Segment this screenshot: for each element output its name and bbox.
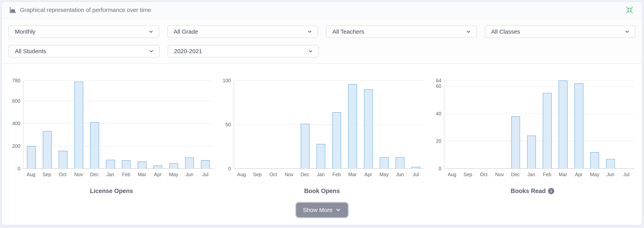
x-axis-label: Oct — [476, 172, 492, 177]
bar-dec — [301, 124, 310, 169]
chart-plot-area: 020406064 — [444, 80, 634, 168]
bar-slot-jun — [392, 157, 408, 169]
bar-slot-may — [166, 163, 182, 168]
x-axis-label: Jul — [618, 172, 634, 177]
x-axis-label: Aug — [444, 172, 460, 177]
x-axis-label: Aug — [23, 172, 39, 177]
chart-title: License Opens — [6, 188, 217, 194]
x-axis-label: Jan — [313, 172, 329, 177]
chart-title-text: License Opens — [90, 188, 133, 194]
chevron-down-icon — [148, 29, 154, 34]
y-axis-tick-label: 64 — [436, 78, 442, 84]
y-axis-tick-label: 20 — [436, 138, 442, 144]
chevron-down-icon — [148, 48, 154, 54]
chart-title: Book Opens — [217, 188, 428, 194]
x-axis-label: Jun — [392, 172, 408, 177]
classes-select[interactable]: All Classes — [485, 26, 636, 38]
bars-row — [444, 80, 634, 168]
students-select[interactable]: All Students — [8, 45, 160, 58]
chart-title-text: Books Read — [511, 188, 546, 194]
bar-feb — [122, 160, 130, 168]
bar-slot-apr — [150, 166, 166, 168]
chart-book-opens: 050100 AugSepOctNovDecJanFebMarAprMayJun… — [217, 80, 428, 194]
x-axis-label: Jan — [523, 172, 539, 177]
performance-panel: Graphical representation of performance … — [2, 2, 642, 225]
x-axis-label: May — [376, 172, 392, 177]
bar-dec — [511, 116, 520, 168]
teachers-select-value: All Teachers — [332, 28, 364, 35]
y-axis-tick-label: 400 — [12, 120, 20, 126]
x-axis-labels: AugSepOctNovDecJanFebMarAprMayJunJul — [444, 172, 634, 177]
chart-plot-area: 050100 — [234, 80, 424, 168]
x-axis-label: Nov — [281, 172, 297, 177]
y-axis-tick-label: 600 — [12, 98, 20, 104]
bar-dec — [90, 122, 99, 168]
bars-row — [234, 80, 424, 168]
chart-books-read: 020406064 AugSepOctNovDecJanFebMarAprMay… — [427, 80, 638, 194]
bar-slot-dec — [508, 116, 524, 168]
y-axis-tick-label: 60 — [436, 83, 442, 89]
bar-slot-jul — [408, 167, 424, 168]
bar-slot-dec — [87, 122, 103, 168]
bar-slot-mar — [134, 162, 150, 168]
x-axis-label: Dec — [86, 172, 102, 177]
bar-jan — [527, 136, 536, 168]
bar-slot-jun — [602, 159, 618, 168]
bar-aug — [27, 146, 36, 168]
grade-select-value: All Grade — [174, 28, 198, 35]
bar-slot-feb — [540, 93, 555, 168]
bar-jun — [606, 159, 615, 168]
x-axis-label: Nov — [492, 172, 508, 177]
y-axis-tick-label: 40 — [436, 111, 442, 116]
bar-oct — [59, 151, 68, 168]
bar-slot-may — [587, 152, 602, 168]
bar-slot-jan — [524, 136, 540, 168]
x-axis-label: Dec — [508, 172, 523, 177]
bar-feb — [332, 112, 341, 168]
x-axis-label: Jun — [182, 172, 198, 177]
bar-jul — [201, 160, 210, 168]
bar-slot-may — [376, 157, 392, 169]
panel-header: Graphical representation of performance … — [2, 2, 642, 18]
bar-slot-jan — [102, 160, 118, 168]
frequency-select-value: Monthly — [15, 28, 36, 35]
chart-license-opens: 0200400600780 AugSepOctNovDecJanFebMarAp… — [6, 80, 217, 194]
x-axis-label: Jul — [198, 172, 213, 177]
x-axis-label: May — [587, 172, 602, 177]
x-axis-label: Mar — [134, 172, 150, 177]
chart-plot-area: 0200400600780 — [23, 80, 213, 168]
x-axis-labels: AugSepOctNovDecJanFebMarAprMayJunJul — [23, 172, 213, 177]
x-axis-label: Mar — [555, 172, 571, 177]
bar-mar — [348, 84, 357, 168]
bar-jan — [316, 144, 325, 168]
x-axis-label: Jul — [408, 172, 424, 177]
bar-slot-apr — [571, 83, 587, 168]
bar-slot-aug — [24, 146, 39, 168]
x-axis-label: Sep — [39, 172, 55, 177]
area-chart-icon — [10, 6, 16, 14]
teachers-select[interactable]: All Teachers — [326, 26, 477, 38]
show-more-button[interactable]: Show More — [296, 203, 348, 217]
info-icon[interactable]: i — [548, 188, 554, 194]
bar-nov — [74, 82, 83, 168]
bar-jul — [411, 167, 420, 168]
frequency-select[interactable]: Monthly — [8, 26, 159, 38]
x-axis-labels: AugSepOctNovDecJanFebMarAprMayJunJul — [234, 172, 424, 177]
y-axis-tick-label: 200 — [12, 143, 20, 149]
x-axis-label: Jun — [602, 172, 618, 177]
school-year-select[interactable]: 2020-2021 — [168, 45, 319, 58]
chevron-down-icon — [335, 207, 341, 213]
x-axis-label: Apr — [571, 172, 587, 177]
bar-slot-sep — [39, 131, 55, 168]
x-axis-label: Apr — [360, 172, 376, 177]
x-axis-label: Nov — [70, 172, 86, 177]
bar-mar — [138, 162, 146, 168]
grade-select[interactable]: All Grade — [167, 26, 318, 38]
x-axis-label: Feb — [329, 172, 344, 177]
show-more-row: Show More — [2, 203, 642, 217]
chevron-down-icon — [308, 48, 313, 54]
compress-icon[interactable] — [624, 5, 634, 15]
school-year-select-value: 2020-2021 — [174, 48, 202, 54]
y-axis-tick-label: 0 — [438, 166, 441, 172]
chart-title-text: Book Opens — [304, 188, 340, 194]
